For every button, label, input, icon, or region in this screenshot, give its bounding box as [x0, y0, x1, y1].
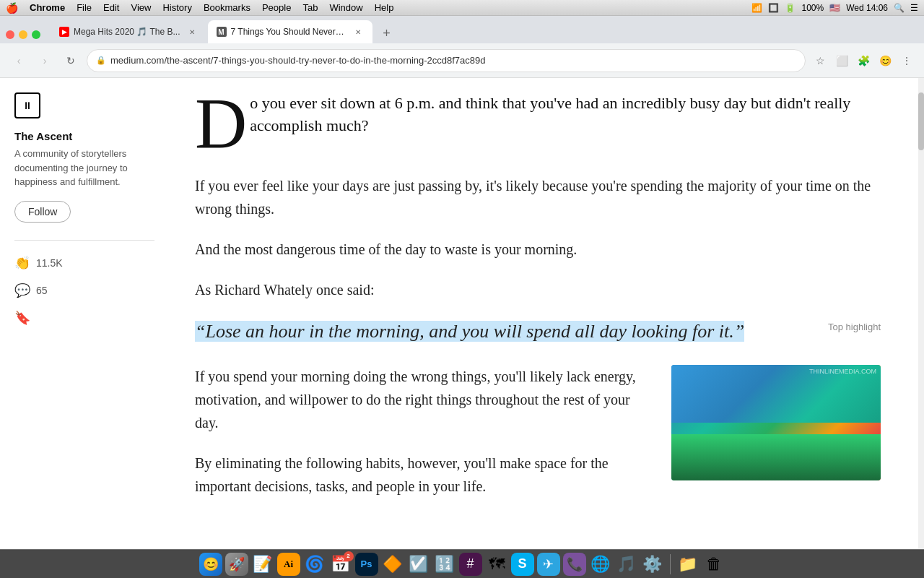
bookmark-action[interactable]: 🔖: [14, 310, 154, 326]
clock: Wed 14:06: [846, 3, 888, 13]
dock-folder[interactable]: 📁: [676, 553, 699, 576]
article-para-4: If you spend your morning doing the wron…: [195, 365, 657, 434]
calendar-badge: 2: [344, 551, 354, 561]
tab2-close[interactable]: ✕: [352, 26, 364, 38]
sidebar: ⏸ The Ascent A community of storytellers…: [0, 78, 166, 549]
illustrator-icon: Ai: [284, 558, 293, 570]
dock-slack[interactable]: #: [459, 553, 482, 576]
url-text: medium.com/the-ascent/7-things-you-shoul…: [110, 55, 796, 66]
menu-view[interactable]: View: [131, 2, 151, 13]
dock-notes[interactable]: 📝: [251, 553, 274, 576]
scrollbar-thumb[interactable]: [918, 92, 924, 150]
dock-separator: [670, 554, 671, 574]
window-minimize[interactable]: [19, 30, 27, 39]
article-with-image: If you spend your morning doing the wron…: [195, 365, 881, 515]
dock-edge[interactable]: 🌀: [303, 553, 326, 576]
article-para-3: As Richard Whately once said:: [195, 278, 881, 301]
clap-action[interactable]: 👏 11.5K: [14, 255, 154, 271]
menu-tab[interactable]: Tab: [302, 2, 318, 13]
menu-help[interactable]: Help: [375, 2, 394, 13]
address-bar-right: ☆ ⬜ 🧩 😊 ⋮: [811, 52, 915, 69]
extensions-icon[interactable]: 🧩: [855, 52, 872, 69]
sidebar-actions: 👏 11.5K 💬 65 🔖: [14, 255, 154, 326]
dock-maps[interactable]: 🗺: [485, 553, 508, 576]
window-close[interactable]: [6, 30, 14, 39]
dock-chrome[interactable]: 🌐: [589, 553, 612, 576]
dock-finder[interactable]: 😊: [199, 553, 222, 576]
forward-button[interactable]: ›: [35, 51, 55, 71]
notes-icon: 📝: [253, 555, 272, 574]
photoshop-icon: Ps: [361, 558, 372, 569]
control-center-icon[interactable]: ☰: [910, 3, 918, 13]
beach-aerial-image: THINLINEMEDIA.COM: [671, 365, 881, 480]
tab-bar: ▶ Mega Hits 2020 🎵 The B... ✕ M 7 Things…: [0, 16, 924, 43]
article-para-1: If you ever feel like your days are just…: [195, 174, 881, 220]
menubar: 🍎 Chrome File Edit View History Bookmark…: [0, 0, 924, 16]
menu-file[interactable]: File: [77, 2, 92, 13]
tab-2[interactable]: M 7 Things You Should Never Do... ✕: [208, 20, 372, 43]
menu-dots-icon[interactable]: ⋮: [898, 52, 915, 69]
menu-history[interactable]: History: [162, 2, 191, 13]
url-bar[interactable]: 🔒 medium.com/the-ascent/7-things-you-sho…: [87, 49, 806, 72]
dock-skype[interactable]: S: [511, 553, 534, 576]
tab-1[interactable]: ▶ Mega Hits 2020 🎵 The B... ✕: [51, 20, 206, 43]
clap-count: 11.5K: [36, 257, 63, 269]
reload-button[interactable]: ↻: [61, 51, 81, 71]
flag-icon: 🇺🇸: [829, 3, 840, 13]
comment-count: 65: [36, 285, 48, 296]
dock-reminders[interactable]: ☑️: [407, 553, 430, 576]
chrome-icon: 🌐: [590, 555, 610, 574]
intro-text: o you ever sit down at 6 p.m. and think …: [250, 94, 850, 134]
tab1-close[interactable]: ✕: [186, 26, 198, 38]
search-icon[interactable]: 🔍: [894, 3, 905, 13]
comment-icon: 💬: [14, 282, 30, 298]
follow-button[interactable]: Follow: [14, 201, 71, 223]
screenshot-icon[interactable]: ⬜: [833, 52, 850, 69]
dock-illustrator[interactable]: Ai: [277, 553, 300, 576]
dock-system-prefs[interactable]: ⚙️: [641, 553, 664, 576]
top-highlight-label: Top highlight: [828, 319, 881, 345]
bookmark-star-icon[interactable]: ☆: [811, 52, 829, 69]
blockquote-text: “Lose an hour in the morning, and you wi…: [195, 321, 744, 342]
tab1-title: Mega Hits 2020 🎵 The B...: [74, 27, 180, 37]
dock-calculator[interactable]: 🔢: [433, 553, 456, 576]
article-content: D o you ever sit down at 6 p.m. and thin…: [166, 78, 924, 549]
menu-window[interactable]: Window: [329, 2, 362, 13]
image-watermark: THINLINEMEDIA.COM: [809, 368, 876, 375]
dock-viber[interactable]: 📞: [563, 553, 586, 576]
reminders-icon: ☑️: [409, 555, 428, 574]
menu-people[interactable]: People: [262, 2, 291, 13]
address-bar: ‹ › ↻ 🔒 medium.com/the-ascent/7-things-y…: [0, 43, 924, 78]
window-maximize[interactable]: [32, 30, 40, 39]
menu-chrome[interactable]: Chrome: [30, 2, 65, 13]
sidebar-divider: [14, 240, 154, 241]
dock-vlc[interactable]: 🔶: [381, 553, 404, 576]
menu-edit[interactable]: Edit: [103, 2, 119, 13]
dock-telegram[interactable]: ✈: [537, 553, 560, 576]
dock-launchpad[interactable]: 🚀: [225, 553, 248, 576]
lock-icon: 🔒: [96, 56, 106, 65]
skype-icon: S: [518, 556, 526, 571]
dock: 😊 🚀 📝 Ai 🌀 📅 2 Ps 🔶 ☑️ 🔢 # 🗺 S ✈ 📞 🌐: [0, 549, 924, 578]
trash-icon: 🗑: [706, 555, 722, 574]
new-tab-button[interactable]: +: [377, 23, 397, 43]
article-intro: D o you ever sit down at 6 p.m. and thin…: [195, 92, 881, 154]
menu-bookmarks[interactable]: Bookmarks: [204, 2, 250, 13]
tab1-favicon: ▶: [59, 27, 69, 37]
edge-icon: 🌀: [305, 555, 324, 574]
menubar-right: 📶 🔲 🔋 100% 🇺🇸 Wed 14:06 🔍 ☰: [751, 3, 918, 13]
comment-action[interactable]: 💬 65: [14, 282, 154, 298]
dock-trash[interactable]: 🗑: [702, 553, 725, 576]
dock-photoshop[interactable]: Ps: [355, 553, 378, 576]
dock-calendar[interactable]: 📅 2: [329, 553, 352, 576]
pause-button[interactable]: ⏸: [14, 92, 40, 118]
scrollbar[interactable]: [918, 78, 924, 549]
tab2-favicon: M: [217, 27, 227, 37]
launchpad-icon: 🚀: [229, 556, 245, 572]
apple-menu[interactable]: 🍎: [6, 2, 18, 14]
dock-music[interactable]: 🎵: [615, 553, 638, 576]
back-button[interactable]: ‹: [9, 51, 29, 71]
profile-icon[interactable]: 😊: [876, 52, 894, 69]
publication-name: The Ascent: [14, 130, 154, 142]
blockquote-container: “Lose an hour in the morning, and you wi…: [195, 319, 881, 345]
